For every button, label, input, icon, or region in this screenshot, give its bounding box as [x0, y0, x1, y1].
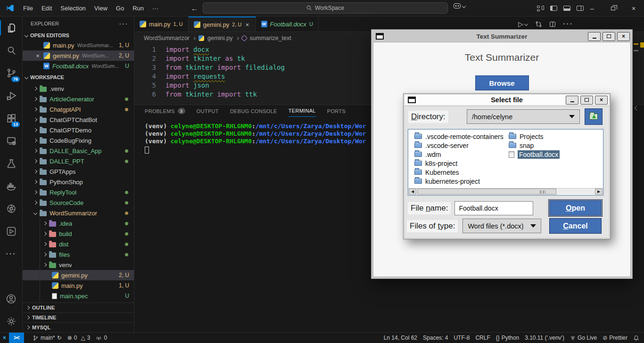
workspace-header[interactable]: WORKSPACE: [23, 71, 134, 83]
tree-item-dalle-ppt[interactable]: DALLE_PPT: [23, 156, 134, 166]
tree-item-chatgptdemo[interactable]: ChatGPTDemo: [23, 125, 134, 135]
tree-item-gptapps[interactable]: GPTApps: [23, 166, 134, 177]
eol-sequence[interactable]: CRLF: [472, 333, 493, 343]
command-center-search[interactable]: WorkSpace: [203, 2, 448, 14]
up-directory-button[interactable]: [585, 108, 603, 125]
window-close-button[interactable]: ×: [623, 0, 644, 16]
branch-status[interactable]: main* ↻: [30, 333, 65, 343]
window-restore-button[interactable]: [603, 0, 623, 16]
nav-back-icon[interactable]: ←: [191, 4, 198, 12]
open-changes-icon[interactable]: [535, 21, 542, 28]
explorer-more-actions[interactable]: ···: [119, 20, 128, 27]
file-name-input[interactable]: [454, 201, 533, 215]
panel-tab-debug-console[interactable]: DEBUG CONSOLE: [230, 105, 277, 117]
notifications-bell[interactable]: [630, 333, 644, 343]
section-mysql[interactable]: MYSQL: [23, 322, 134, 332]
activity-source-control[interactable]: 76: [0, 62, 22, 84]
prettier-status[interactable]: ⊘Prettier: [600, 333, 630, 343]
tree-item-codebugfixing[interactable]: CodeBugFixing: [23, 135, 134, 146]
app-indicator-icon[interactable]: ×: [0, 333, 9, 343]
tree-item-main-py[interactable]: main.py1, U: [23, 280, 134, 291]
panel-tab-terminal[interactable]: TERMINAL: [289, 105, 316, 117]
list-item[interactable]: k8s-project: [414, 159, 457, 168]
tree-item-gemini-py[interactable]: gemini.py2, U: [23, 270, 134, 280]
close-icon[interactable]: ×: [35, 52, 41, 59]
customize-layout-icon[interactable]: [537, 6, 544, 11]
tree-item-main-spec[interactable]: main.specU: [23, 291, 134, 301]
activity-remote-explorer[interactable]: [0, 130, 22, 152]
ports-status[interactable]: 0: [93, 333, 110, 343]
problems-status[interactable]: ⊗0 △3: [65, 333, 93, 343]
toggle-sidebar-icon[interactable]: [550, 6, 557, 11]
activity-extensions[interactable]: 13: [0, 107, 22, 130]
tree-item-articlegenerator[interactable]: ArticleGenerator: [23, 94, 134, 104]
list-item[interactable]: .vscode-remote-containers: [414, 132, 504, 141]
cursor-position[interactable]: Ln 14, Col 62: [381, 333, 420, 343]
tree-item-build[interactable]: build: [23, 229, 134, 239]
activity-docker[interactable]: [0, 175, 22, 197]
scroll-left-arrow[interactable]: ◀: [409, 188, 416, 195]
list-item[interactable]: Kubernetes: [414, 168, 459, 177]
menu-run[interactable]: Run: [128, 2, 148, 14]
more-actions-icon[interactable]: ···: [563, 20, 573, 28]
tk-maximize-button[interactable]: [603, 32, 615, 41]
list-item-selected[interactable]: Football.docx: [509, 150, 560, 159]
tk-minimize-button[interactable]: [588, 32, 601, 41]
tab-main-py[interactable]: main.py 1, U: [134, 16, 189, 32]
tree-item-files[interactable]: files: [23, 249, 134, 260]
indentation[interactable]: Spaces: 4: [420, 333, 451, 343]
remote-indicator[interactable]: ><: [9, 333, 24, 343]
open-button[interactable]: Open: [549, 200, 602, 216]
activity-accounts[interactable]: [0, 287, 22, 310]
tree-item-replytool[interactable]: ReplyTool: [23, 187, 134, 197]
open-editor-main-py[interactable]: main.py WordSummar... 1, U: [23, 40, 134, 50]
tk-close-button[interactable]: ×: [617, 32, 630, 41]
scroll-right-arrow[interactable]: ▶: [595, 188, 603, 195]
activity-terraform[interactable]: [0, 220, 22, 243]
section-timeline[interactable]: TIMELINE: [23, 312, 134, 322]
go-live-button[interactable]: Go Live: [567, 333, 600, 343]
dialog-titlebar[interactable]: Select file ×: [405, 95, 609, 105]
file-type-combobox[interactable]: Word files (*.docx): [462, 219, 541, 233]
window-minimize-button[interactable]: –: [582, 0, 603, 16]
panel-tab-ports[interactable]: PORTS: [327, 105, 346, 117]
scrollbar-thumb[interactable]: [417, 188, 556, 195]
menu-file[interactable]: File: [19, 2, 37, 14]
tab-football-docx[interactable]: W Football.docx U: [256, 16, 319, 32]
tab-gemini-py[interactable]: gemini.py 2, U ×: [189, 16, 256, 32]
dialog-minimize-button[interactable]: [566, 96, 578, 105]
list-item[interactable]: Projects: [509, 132, 544, 141]
activity-run-debug[interactable]: [0, 84, 22, 107]
close-icon[interactable]: ×: [245, 21, 250, 28]
activity-kubernetes[interactable]: [0, 197, 22, 220]
activity-explorer[interactable]: [0, 16, 22, 39]
list-item[interactable]: kubernetes-project: [414, 177, 480, 186]
tree-item-venv[interactable]: venv: [23, 260, 134, 270]
tree-item-venv-root[interactable]: .venv: [23, 83, 134, 94]
section-outline[interactable]: OUTLINE: [23, 302, 134, 312]
encoding[interactable]: UTF-8: [451, 333, 472, 343]
dialog-close-button[interactable]: ×: [595, 96, 608, 105]
horizontal-scrollbar[interactable]: ◀ ▶: [409, 188, 603, 195]
tree-item-dalle-basic-app[interactable]: DALLE_Basic_App: [23, 146, 134, 156]
tree-item-wordsummarizor[interactable]: WordSummarizor: [23, 208, 134, 218]
menu-selection[interactable]: Selection: [56, 2, 90, 14]
tree-item-idea[interactable]: .idea: [23, 218, 134, 229]
dialog-maximize-button[interactable]: [580, 96, 593, 105]
list-item[interactable]: snap: [509, 141, 534, 150]
toggle-panel-icon[interactable]: [563, 6, 570, 11]
tree-item-dist[interactable]: dist: [23, 239, 134, 249]
tree-item-pythonshop[interactable]: PythonShop: [23, 177, 134, 187]
list-item[interactable]: .vscode-server: [414, 141, 469, 150]
run-python-file-button[interactable]: ▷: [518, 20, 528, 28]
tree-item-chatgptapi[interactable]: ChatgptAPI: [23, 104, 134, 114]
browse-button[interactable]: Browse: [475, 75, 529, 90]
menu-go[interactable]: Go: [112, 2, 128, 14]
open-editor-football-docx[interactable]: W Football.docx WordSum... U: [23, 61, 134, 71]
activity-testing[interactable]: [0, 152, 22, 175]
directory-combobox[interactable]: /home/celyne: [467, 109, 580, 124]
python-interpreter[interactable]: 3.10.11 ('.venv'): [522, 333, 567, 343]
language-mode[interactable]: {}Python: [493, 333, 522, 343]
split-editor-icon[interactable]: [550, 22, 555, 27]
panel-tab-output[interactable]: OUTPUT: [197, 105, 219, 117]
